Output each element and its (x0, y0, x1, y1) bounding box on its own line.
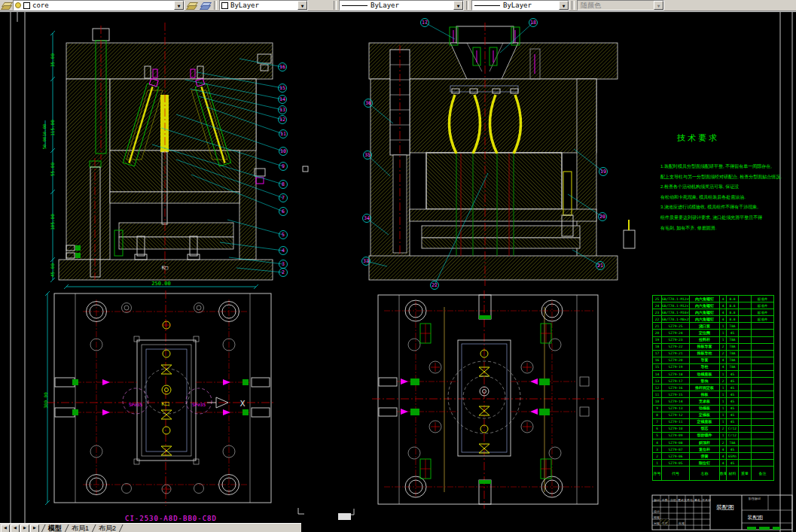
tab-scroll-first-button[interactable]: ◀ (1, 524, 10, 532)
svg-text:4: 4 (282, 248, 285, 254)
tech-requirement-line: 有毛刺, 如有不齐, 修磨圆滑. (660, 223, 781, 234)
tech-requirements-title: 技术要求 (677, 132, 781, 144)
svg-text:19: 19 (600, 169, 606, 175)
layer-previous-button[interactable] (198, 1, 212, 11)
svg-text:SP∅35: SP∅35 (129, 402, 142, 407)
chevron-down-icon[interactable]: ▼ (453, 1, 463, 10)
toolbar-separator (572, 1, 575, 10)
svg-text:8: 8 (282, 181, 285, 187)
layer-on-icon (15, 2, 21, 8)
view-section-side (369, 23, 635, 286)
svg-text:5: 5 (282, 232, 285, 238)
drawing-number: CI-2530-A8D-BB0-C8D (125, 515, 217, 522)
svg-text:年月日: 年月日 (702, 498, 711, 502)
technical-requirements: 技术要求 1.装配时模具分型面须配研平整, 不得留有单一间隙存在,配上支导柱与另… (660, 132, 781, 233)
svg-text:9: 9 (282, 163, 285, 169)
svg-text:17: 17 (422, 20, 428, 26)
svg-text:审核: 审核 (654, 521, 660, 525)
svg-text:33: 33 (363, 258, 369, 264)
tech-requirement-line: 2.检查各个活动机构须灵活可靠, 保证没 (660, 182, 781, 193)
svg-text:处数: 处数 (662, 498, 668, 502)
svg-text:16: 16 (279, 64, 285, 70)
svg-text:校核: 校核 (653, 515, 660, 519)
bom-header-row: 序号代号名称数量材料重量备注 (653, 467, 774, 481)
svg-text:7: 7 (282, 195, 285, 201)
grip-square[interactable] (303, 166, 308, 172)
bom-row: 1SZ79-05限位钉445 (653, 460, 774, 467)
toolbar-separator (214, 1, 217, 10)
svg-text:35: 35 (364, 152, 371, 158)
svg-text:45.00: 45.00 (50, 263, 55, 277)
model-layout-tabbar: ◀ ◀ ▶ ▶ 模型 布局1 布局2 (0, 523, 301, 532)
tab-scroll-left-button[interactable]: ◀ (11, 524, 20, 532)
title-block-texts: 装配图装配图标记处数分区更改文件号签名年月日设计校核审核工艺批准阶段标记 (653, 497, 764, 525)
chevron-down-icon[interactable]: ▼ (559, 1, 569, 10)
tab-layout1[interactable]: 布局1 (67, 524, 93, 532)
bom-row: 17SZ79-21推板导柱2T8A (653, 350, 774, 357)
svg-text:K口: K口 (161, 401, 169, 407)
svg-text:18: 18 (530, 20, 536, 26)
svg-text:22: 22 (432, 282, 438, 288)
chevron-down-icon[interactable]: ▼ (174, 1, 184, 10)
svg-text:20: 20 (599, 214, 605, 220)
sprue-bush (160, 95, 169, 152)
bom-row: 14SZ79-18动模座板145 (653, 371, 774, 378)
svg-text:11: 11 (280, 131, 286, 137)
chevron-down-icon: ▼ (654, 1, 663, 10)
svg-text:50.00: 50.00 (42, 137, 47, 150)
svg-text:21: 21 (597, 263, 603, 269)
lineweight-dropdown[interactable]: ByLayer ▼ (471, 0, 569, 11)
layer-dropdown[interactable]: core ▼ (13, 0, 185, 11)
layer-previous-icon (200, 2, 210, 10)
bom-row: 25GB/T70.1-M12×90内六角螺钉48.8标准件 (653, 296, 774, 302)
svg-text:115.00: 115.00 (50, 120, 55, 136)
svg-text:K□: K□ (162, 265, 169, 271)
tech-requirement-line: 配上支导柱与另一分型面须经对研配合, 检查分型面贴合情况. (660, 172, 781, 183)
bom-table: 25GB/T70.1-M12×90内六角螺钉48.8标准件24GB/T70.1-… (652, 295, 774, 481)
svg-text:12: 12 (279, 117, 285, 123)
svg-text:工艺: 工艺 (662, 521, 668, 525)
bom-row: 4SZ79-08斜顶杆2T8A (653, 439, 774, 445)
bom-row: 20SZ79-24定位圈145 (653, 330, 774, 336)
plot-style-dropdown: 随颜色 ▼ (577, 0, 664, 11)
svg-text:105.00: 105.00 (50, 214, 55, 230)
toolbar-separator (466, 1, 469, 10)
bom-row: 5SZ79-09型腔镶件1Cr12 (653, 432, 774, 439)
bom-row: 11SZ79-15推板145 (653, 391, 774, 398)
bom-row: 21SZ79-25浇口套1T8A (653, 323, 774, 330)
linetype-value: ByLayer (371, 2, 399, 9)
svg-text:装配图: 装配图 (748, 515, 764, 521)
bom-row: 10SZ79-14支承板145 (653, 398, 774, 405)
svg-text:设计: 设计 (654, 509, 660, 513)
make-object-layer-current-button[interactable] (185, 1, 198, 11)
color-dropdown[interactable]: ByLayer ▼ (219, 0, 308, 11)
misc-marks (298, 166, 354, 520)
bom-row: 19SZ79-23拉料杆1T8A (653, 336, 774, 343)
svg-text:批准: 批准 (679, 521, 685, 525)
chevron-down-icon[interactable]: ▼ (297, 1, 307, 10)
lineweight-sample-icon (474, 5, 500, 6)
svg-text:14: 14 (279, 96, 285, 102)
tech-requirement-line: 3.浇道应进行试模验收, 模具组件不得有干涉现象, (660, 202, 781, 213)
svg-text:分区: 分区 (670, 498, 676, 502)
tab-model[interactable]: 模型 (44, 524, 66, 532)
layers-icon[interactable] (2, 2, 11, 10)
view-plan-moving-half (45, 290, 276, 506)
linetype-dropdown[interactable]: ByLayer ▼ (339, 0, 464, 11)
tech-requirements-body: 1.装配时模具分型面须配研平整, 不得留有单一间隙存在,配上支导柱与另一分型面须… (660, 162, 781, 233)
svg-text:10: 10 (280, 148, 286, 154)
tab-scroll-last-button[interactable]: ▶ (30, 524, 39, 532)
tab-scroll-right-button[interactable]: ▶ (20, 524, 29, 532)
view-section-front (45, 23, 273, 289)
bom-row: 16SZ79-20导套4T8A (653, 357, 774, 363)
bom-row: 13SZ79-17垫块245 (653, 378, 774, 385)
tab-layout2[interactable]: 布局2 (94, 524, 120, 532)
svg-text:15: 15 (279, 85, 285, 91)
view-plan-fixed-half (372, 290, 604, 509)
svg-text:13: 13 (279, 107, 285, 113)
svg-text:装配图: 装配图 (716, 504, 734, 511)
bom-row: 9SZ79-13动模板145 (653, 405, 774, 412)
svg-text:标记: 标记 (654, 498, 660, 503)
bom-row: 12SZ79-16推杆固定板145 (653, 385, 774, 391)
lineweight-value: ByLayer (503, 2, 532, 9)
